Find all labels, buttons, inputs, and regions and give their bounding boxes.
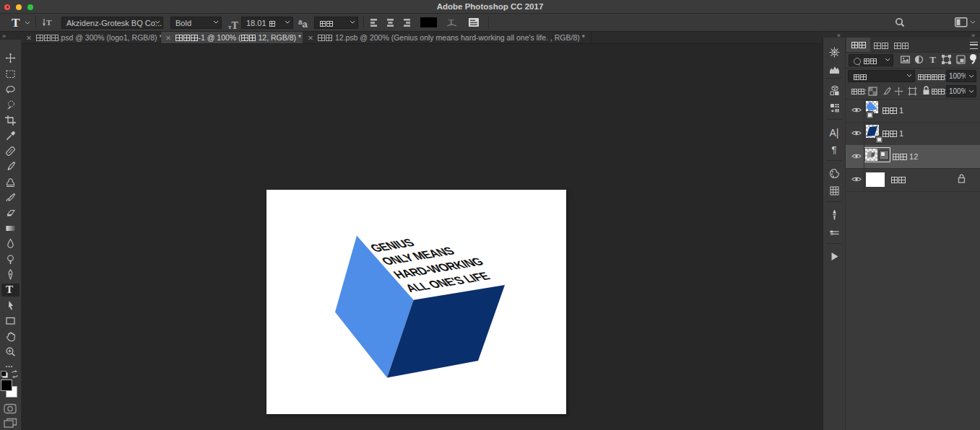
svg-text:T: T	[46, 18, 52, 27]
